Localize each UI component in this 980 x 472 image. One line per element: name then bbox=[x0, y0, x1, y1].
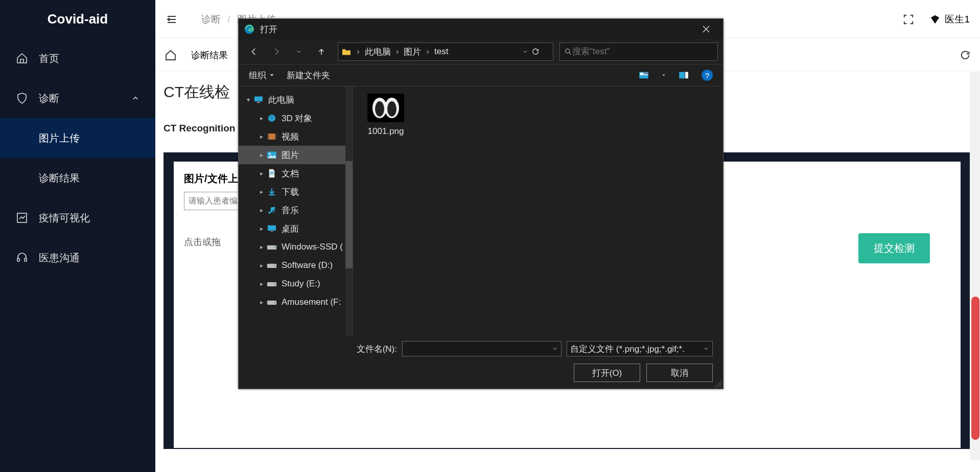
svg-rect-15 bbox=[275, 133, 277, 140]
svg-point-34 bbox=[387, 101, 396, 117]
svg-rect-8 bbox=[644, 74, 647, 75]
expand-icon: ▸ bbox=[257, 207, 266, 214]
tree-label: 桌面 bbox=[282, 223, 299, 235]
dialog-title: 打开 bbox=[260, 24, 277, 35]
document-icon bbox=[266, 169, 277, 178]
svg-rect-18 bbox=[270, 172, 274, 173]
sidebar-item-label: 诊断结果 bbox=[39, 171, 80, 185]
chevron-right-icon: › bbox=[425, 47, 430, 57]
dialog-search-input[interactable] bbox=[559, 42, 718, 61]
scrollbar-thumb[interactable] bbox=[971, 297, 979, 440]
preview-pane-button[interactable] bbox=[678, 70, 689, 81]
fullscreen-button[interactable] bbox=[903, 14, 914, 25]
nav-recent-dropdown[interactable] bbox=[289, 42, 309, 61]
chevron-right-icon: › bbox=[395, 47, 400, 57]
svg-rect-7 bbox=[644, 73, 647, 74]
tree-label: Amusement (F: bbox=[282, 297, 341, 307]
sidebar-item-diagnosis[interactable]: 诊断 bbox=[0, 78, 155, 118]
dialog-nav-bar: › 此电脑 › 图片 › test bbox=[239, 39, 723, 64]
shield-icon bbox=[15, 92, 29, 104]
svg-rect-13 bbox=[267, 133, 276, 140]
file-item[interactable]: 1001.png bbox=[360, 94, 411, 329]
home-tab-icon[interactable] bbox=[165, 49, 177, 61]
tree-item[interactable]: ▸3D 对象 bbox=[239, 109, 353, 127]
svg-point-33 bbox=[375, 101, 384, 117]
svg-rect-19 bbox=[270, 173, 274, 174]
tree-label: Study (E:) bbox=[282, 279, 320, 289]
new-folder-button[interactable]: 新建文件夹 bbox=[287, 70, 330, 81]
sidebar-item-home[interactable]: 首页 bbox=[0, 38, 155, 78]
collapse-sidebar-button[interactable] bbox=[166, 13, 181, 26]
chevron-down-icon[interactable] bbox=[552, 346, 558, 352]
user-name: 医生1 bbox=[945, 13, 970, 26]
tree-item[interactable]: ▸视频 bbox=[239, 127, 353, 146]
tree-item[interactable]: ▸Study (E:) bbox=[239, 275, 353, 293]
video-icon bbox=[266, 133, 277, 140]
address-refresh-button[interactable] bbox=[531, 48, 550, 56]
tree-item[interactable]: ▸文档 bbox=[239, 164, 353, 183]
tree-item[interactable]: ▸桌面 bbox=[239, 219, 353, 238]
resize-handle-icon[interactable] bbox=[715, 380, 722, 388]
help-button[interactable]: ? bbox=[702, 70, 713, 81]
refresh-button[interactable] bbox=[960, 50, 971, 61]
address-dropdown-icon[interactable] bbox=[519, 49, 531, 55]
file-list-area[interactable]: 1001.png bbox=[353, 86, 723, 336]
dialog-close-button[interactable] bbox=[694, 19, 718, 39]
chart-icon bbox=[15, 212, 29, 224]
breadcrumb-separator: / bbox=[227, 14, 230, 25]
chevron-down-icon[interactable] bbox=[662, 73, 666, 77]
music-icon bbox=[266, 206, 277, 215]
svg-point-23 bbox=[274, 247, 276, 249]
sidebar-item-label: 诊断 bbox=[39, 92, 59, 105]
sidebar-item-visualization[interactable]: 疫情可视化 bbox=[0, 198, 155, 238]
path-crumb[interactable]: 此电脑 bbox=[362, 46, 394, 58]
page-scrollbar[interactable] bbox=[970, 72, 980, 460]
computer-icon bbox=[253, 96, 264, 104]
dialog-open-button[interactable]: 打开(O) bbox=[574, 364, 640, 382]
tree-item[interactable]: ▸下载 bbox=[239, 183, 353, 201]
path-crumb[interactable]: test bbox=[431, 47, 451, 57]
breadcrumb-item[interactable]: 诊断 bbox=[201, 14, 221, 25]
tree-item[interactable]: ▸Windows-SSD ( bbox=[239, 238, 353, 256]
sidebar-item-communication[interactable]: 医患沟通 bbox=[0, 238, 155, 278]
filename-field[interactable] bbox=[406, 345, 552, 353]
sidebar-sub-results[interactable]: 诊断结果 bbox=[0, 158, 155, 198]
tree-item[interactable]: ▸Software (D:) bbox=[239, 256, 353, 275]
submit-button[interactable]: 提交检测 bbox=[858, 233, 930, 263]
tree-item[interactable]: ▸Amusement (F: bbox=[239, 293, 353, 311]
tree-label: 文档 bbox=[282, 168, 299, 179]
page-title: CT在线检 bbox=[164, 82, 230, 103]
file-open-dialog: 打开 › 此电脑 › 图片 › test bbox=[238, 18, 724, 389]
app-logo: Covid-aid bbox=[0, 0, 155, 38]
expand-icon: ▸ bbox=[257, 188, 266, 195]
drive-icon bbox=[266, 280, 277, 287]
user-menu[interactable]: 医生1 bbox=[929, 13, 970, 26]
tree-this-pc[interactable]: ▾ 此电脑 bbox=[239, 91, 353, 109]
path-crumb[interactable]: 图片 bbox=[401, 46, 424, 58]
organize-button[interactable]: 组织 bbox=[249, 70, 274, 81]
tree-item[interactable]: ▸音乐 bbox=[239, 201, 353, 219]
filename-input[interactable] bbox=[402, 341, 562, 356]
sidebar-item-label: 医患沟通 bbox=[39, 251, 80, 265]
nav-back-button[interactable] bbox=[244, 42, 264, 61]
tree-scrollbar-thumb[interactable] bbox=[345, 161, 353, 268]
download-icon bbox=[266, 187, 277, 196]
address-bar[interactable]: › 此电脑 › 图片 › test bbox=[338, 42, 553, 61]
headset-icon bbox=[15, 252, 29, 264]
svg-point-25 bbox=[274, 265, 276, 267]
tree-item[interactable]: ▸图片 bbox=[239, 146, 353, 164]
home-icon bbox=[15, 52, 29, 64]
svg-rect-6 bbox=[640, 73, 643, 75]
filetype-select[interactable]: 自定义文件 (*.png;*.jpg;*.gif;*. bbox=[567, 341, 713, 356]
expand-icon: ▸ bbox=[257, 151, 266, 159]
sidebar-sub-upload[interactable]: 图片上传 bbox=[0, 118, 155, 158]
tab-diagnosis-results[interactable]: 诊断结果 bbox=[191, 46, 228, 64]
nav-up-button[interactable] bbox=[311, 42, 332, 61]
search-field[interactable] bbox=[572, 47, 713, 57]
nav-forward-button[interactable] bbox=[266, 42, 287, 61]
expand-icon: ▸ bbox=[257, 280, 266, 287]
view-options-button[interactable] bbox=[638, 70, 649, 81]
filetype-value: 自定义文件 (*.png;*.jpg;*.gif;*. bbox=[570, 343, 703, 355]
dialog-cancel-button[interactable]: 取消 bbox=[646, 364, 713, 382]
svg-rect-11 bbox=[254, 97, 263, 102]
